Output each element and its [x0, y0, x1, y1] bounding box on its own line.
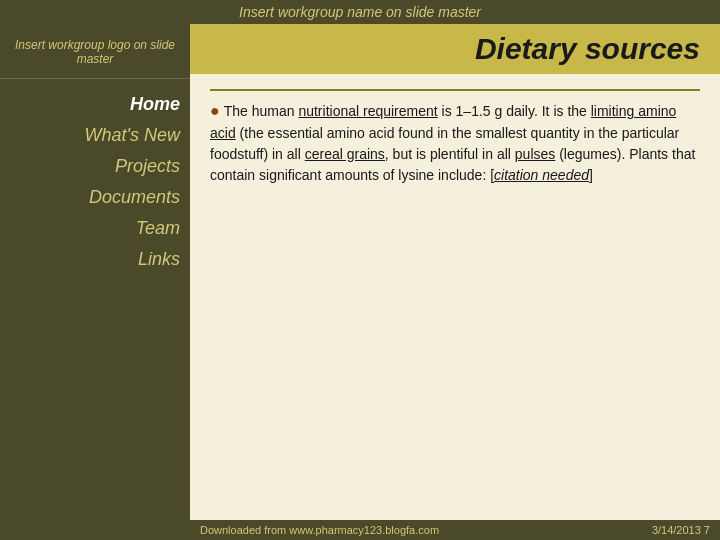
- logo-text: Insert workgroup logo on slide master: [10, 38, 180, 66]
- page-title: Dietary sources: [475, 32, 700, 65]
- top-bar: Insert workgroup name on slide master: [0, 0, 720, 24]
- nav-item-documents[interactable]: Documents: [0, 182, 190, 213]
- text-4: but is plentiful in all: [389, 146, 515, 162]
- content-paragraph: ●The human nutritional requirement is 1–…: [210, 99, 700, 186]
- content-area: Dietary sources ●The human nutritional r…: [190, 24, 720, 540]
- text-6: ]: [589, 167, 593, 183]
- nav-item-team[interactable]: Team: [0, 213, 190, 244]
- footer-date-page: 3/14/2013 7: [652, 524, 710, 536]
- bullet-dot: ●: [210, 102, 220, 119]
- main-container: Insert workgroup logo on slide master Ho…: [0, 24, 720, 540]
- nav-item-whats-new[interactable]: What's New: [0, 120, 190, 151]
- footer-source: Downloaded from www.pharmacy123.blogfa.c…: [200, 524, 439, 536]
- link-cereal-grains[interactable]: cereal grains,: [305, 146, 389, 162]
- link-nutritional-requirement[interactable]: nutritional requirement: [298, 103, 437, 119]
- nav-menu: Home What's New Projects Documents Team …: [0, 79, 190, 275]
- footer: Downloaded from www.pharmacy123.blogfa.c…: [190, 520, 720, 540]
- link-citation-needed[interactable]: citation needed: [494, 167, 589, 183]
- nav-item-links[interactable]: Links: [0, 244, 190, 275]
- top-bar-text: Insert workgroup name on slide master: [239, 4, 481, 20]
- divider-line: [210, 89, 700, 91]
- page-header: Dietary sources: [190, 24, 720, 74]
- logo-area: Insert workgroup logo on slide master: [0, 24, 190, 79]
- text-2: is 1–1.5 g daily. It is the: [438, 103, 591, 119]
- content-body: ●The human nutritional requirement is 1–…: [190, 74, 720, 520]
- nav-item-home[interactable]: Home: [0, 89, 190, 120]
- link-pulses[interactable]: pulses: [515, 146, 555, 162]
- sidebar: Insert workgroup logo on slide master Ho…: [0, 24, 190, 540]
- text-1: The human: [224, 103, 299, 119]
- nav-item-projects[interactable]: Projects: [0, 151, 190, 182]
